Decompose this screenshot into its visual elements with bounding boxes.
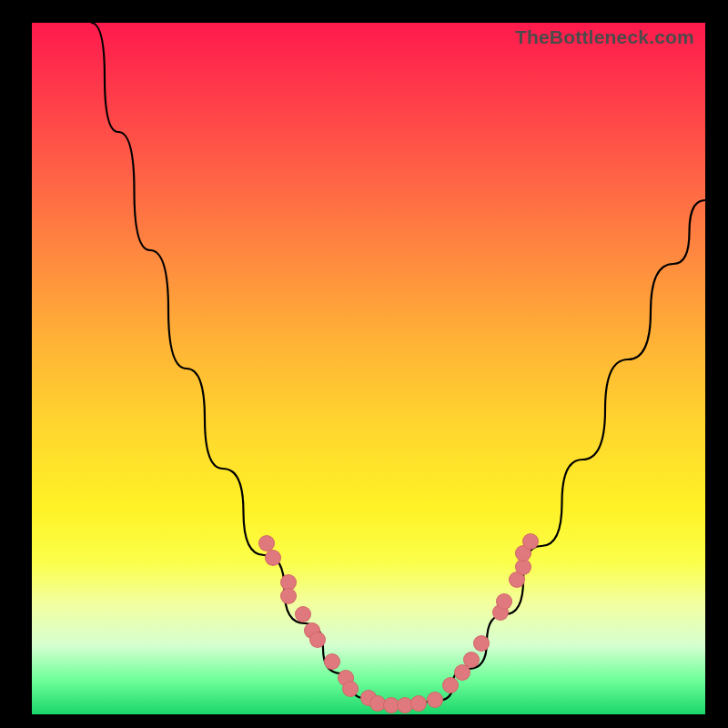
data-marker <box>427 692 443 708</box>
data-marker <box>410 695 427 712</box>
data-marker <box>342 681 359 697</box>
data-marker <box>463 652 480 668</box>
chart-outer-frame: TheBottleneck.com <box>0 0 728 728</box>
curve-left-path <box>91 23 364 698</box>
chart-plot-area: TheBottleneck.com <box>32 23 705 714</box>
data-marker <box>309 632 326 648</box>
bottleneck-curve <box>32 23 705 714</box>
data-marker <box>295 606 311 622</box>
data-marker <box>265 550 281 566</box>
watermark-text: TheBottleneck.com <box>515 26 694 48</box>
data-marker <box>496 593 512 610</box>
data-marker <box>324 653 340 670</box>
data-marker <box>473 635 490 652</box>
curve-right-path <box>437 200 705 701</box>
data-marker <box>280 588 297 604</box>
data-marker <box>442 677 459 693</box>
data-marker <box>522 533 539 550</box>
